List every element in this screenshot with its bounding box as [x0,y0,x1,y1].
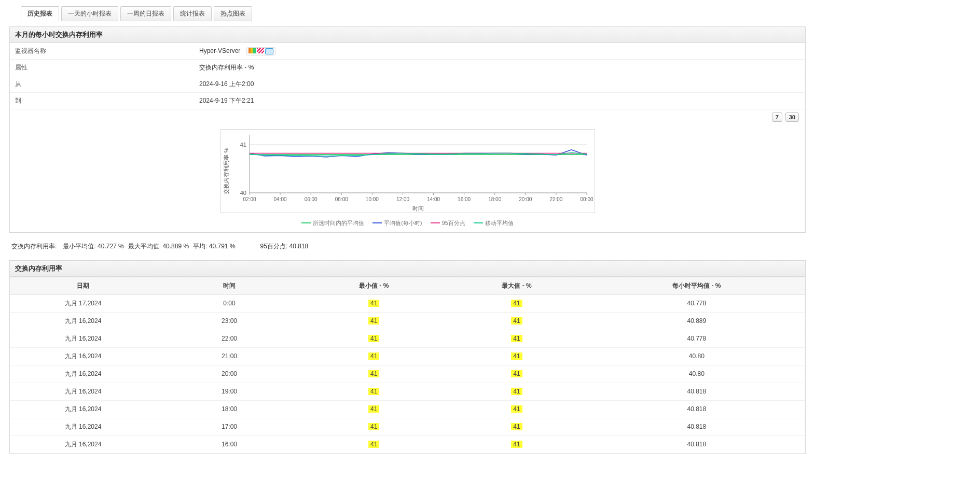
cell-time: 17:00 [156,418,302,435]
table-row: 九月 16,202416:00414140.818 [10,435,805,453]
data-icon[interactable] [265,48,273,54]
cell-havg: 40.889 [588,312,805,330]
time-range-buttons: 7 30 [10,109,805,125]
panel-title: 本月的每小时交换内存利用率 [10,27,805,43]
table-row: 九月 16,202418:00414140.818 [10,400,805,418]
cell-min: 41 [302,312,445,330]
seven-days-button[interactable]: 7 [772,112,782,122]
cell-time: 18:00 [156,400,302,418]
cell-max: 41 [445,330,588,347]
svg-text:18:00: 18:00 [488,196,501,202]
svg-text:交换内存利用率  %: 交换内存利用率 % [223,148,229,194]
col-min[interactable]: 最小值 - % [302,277,445,294]
cell-time: 20:00 [156,365,302,383]
svg-text:40: 40 [240,190,246,196]
stats-p95: 95百分点: 40.818 [260,242,309,251]
chart-container: 4041交换内存利用率 %02:0004:0006:0008:0010:0012… [10,125,805,215]
tab-一周的日报表[interactable]: 一周的日报表 [120,6,171,21]
cell-max: 41 [445,435,588,453]
stats-summary: 交换内存利用率: 最小平均值: 40.727 % 最大平均值: 40.889 %… [9,239,806,254]
tab-一天的小时报表[interactable]: 一天的小时报表 [61,6,118,21]
table-row: 九月 16,202422:00414140.778 [10,330,805,347]
tab-历史报表[interactable]: 历史报表 [21,6,59,21]
cell-time: 23:00 [156,312,302,330]
cell-min: 41 [302,330,445,347]
cell-havg: 40.80 [588,347,805,365]
data-table-title: 交换内存利用率 [10,261,805,277]
svg-text:02:00: 02:00 [243,196,256,202]
stats-max-avg: 最大平均值: 40.889 % [128,242,189,251]
cell-min: 41 [302,383,445,400]
svg-text:06:00: 06:00 [304,196,317,202]
legend-item: 移动平均值 [474,219,514,227]
cell-min: 41 [302,418,445,435]
cell-max: 41 [445,312,588,330]
to-value: 2024-9-19 下午2:21 [194,93,805,109]
cell-max: 41 [445,400,588,418]
cell-date: 九月 16,2024 [10,435,156,453]
cell-havg: 40.778 [588,330,805,347]
cell-havg: 40.818 [588,383,805,400]
svg-text:41: 41 [240,142,246,148]
col-date[interactable]: 日期 [10,277,156,294]
svg-text:00:00: 00:00 [580,196,593,202]
chart-legend: 所选时间内的平均值平均值(每小时)95百分点移动平均值 [10,215,805,232]
cell-min: 41 [302,400,445,418]
tab-统计报表[interactable]: 统计报表 [173,6,212,21]
monitor-name-value: Hyper-VServer [194,43,805,60]
table-row: 九月 16,202421:00414140.80 [10,347,805,365]
svg-text:20:00: 20:00 [519,196,532,202]
cell-date: 九月 16,2024 [10,418,156,435]
cell-max: 41 [445,418,588,435]
cell-max: 41 [445,365,588,383]
cell-time: 21:00 [156,347,302,365]
cell-date: 九月 16,2024 [10,330,156,347]
legend-item: 所选时间内的平均值 [301,219,364,227]
data-table-panel: 交换内存利用率 日期 时间 最小值 - % 最大值 - % 每小时平均值 - %… [9,260,806,454]
cell-time: 0:00 [156,294,302,312]
cell-max: 41 [445,347,588,365]
cell-min: 41 [302,294,445,312]
cell-min: 41 [302,347,445,365]
stats-avg: 平均: 40.791 % [193,242,235,251]
table-row: 九月 16,202419:00414140.818 [10,383,805,400]
svg-text:14:00: 14:00 [427,196,440,202]
cell-havg: 40.818 [588,418,805,435]
to-label: 到 [10,93,194,109]
col-time[interactable]: 时间 [156,277,302,294]
tab-热点图表[interactable]: 热点图表 [214,6,252,21]
cell-max: 41 [445,294,588,312]
svg-text:04:00: 04:00 [273,196,286,202]
col-havg[interactable]: 每小时平均值 - % [588,277,805,294]
table-row: 九月 16,202420:00414140.80 [10,365,805,383]
cell-min: 41 [302,435,445,453]
chart-icons-strip[interactable] [246,47,275,55]
cell-max: 41 [445,383,588,400]
cell-time: 19:00 [156,383,302,400]
from-label: 从 [10,76,194,93]
cell-date: 九月 16,2024 [10,312,156,330]
table-row: 九月 16,202423:00414140.889 [10,312,805,330]
svg-rect-0 [250,135,587,193]
attr-label: 属性 [10,60,194,76]
table-row: 九月 17,20240:00414140.778 [10,294,805,312]
legend-item: 平均值(每小时) [372,219,422,227]
line-chart-icon[interactable] [257,48,264,53]
monitor-name-label: 监视器名称 [10,43,194,60]
table-row: 九月 16,202417:00414140.818 [10,418,805,435]
cell-havg: 40.818 [588,400,805,418]
bar-chart-icon[interactable] [249,48,256,53]
cell-havg: 40.80 [588,365,805,383]
cell-date: 九月 16,2024 [10,347,156,365]
cell-time: 22:00 [156,330,302,347]
col-max[interactable]: 最大值 - % [445,277,588,294]
monitor-name-text: Hyper-VServer [199,47,240,54]
svg-text:16:00: 16:00 [458,196,471,202]
stats-metric-label: 交换内存利用率: [11,242,57,251]
cell-havg: 40.778 [588,294,805,312]
thirty-days-button[interactable]: 30 [785,112,799,122]
cell-date: 九月 17,2024 [10,294,156,312]
svg-text:12:00: 12:00 [396,196,409,202]
cell-date: 九月 16,2024 [10,365,156,383]
utilization-chart: 4041交换内存利用率 %02:0004:0006:0008:0010:0012… [220,129,595,213]
